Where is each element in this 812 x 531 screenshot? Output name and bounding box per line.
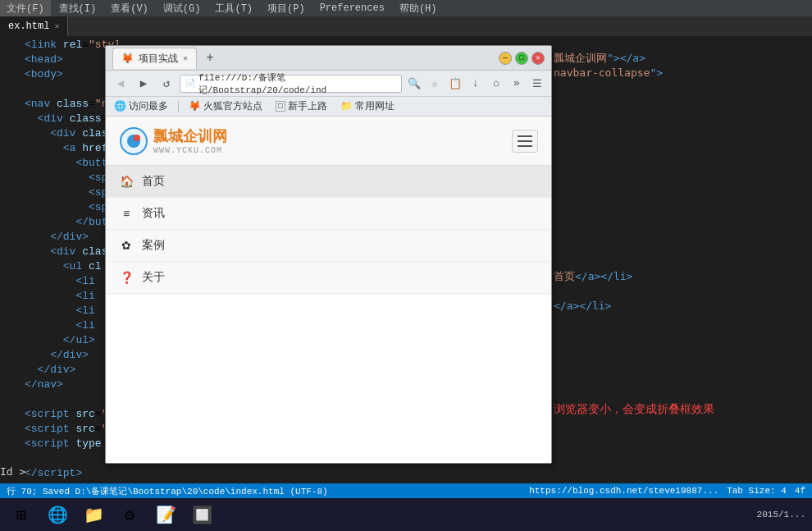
menu-tools[interactable]: 工具(T) xyxy=(208,0,259,17)
menu-help[interactable]: 帮助(H) xyxy=(393,0,444,17)
window-controls: ─ □ ✕ xyxy=(499,52,545,65)
browser-window: 🦊 项目实战 ✕ + ─ □ ✕ ◀ ▶ ↺ 📄 file:///D:/备课笔记… xyxy=(105,45,552,464)
browser-tab-strip: 🦊 项目实战 ✕ + xyxy=(112,48,495,69)
site-header: 瓢城企训网 WWW.YCKU.COM xyxy=(106,117,551,166)
site-logo-main: 瓢城企训网 xyxy=(153,126,227,146)
bookmark-button[interactable]: 📋 xyxy=(446,75,464,93)
menu-debug[interactable]: 调试(G) xyxy=(157,0,208,17)
browser-toolbar: ◀ ▶ ↺ 📄 file:///D:/备课笔记/Bootstrap/20/cod… xyxy=(106,71,551,97)
taskbar-settings[interactable]: ⚙ xyxy=(112,500,148,529)
menu-button[interactable]: ☰ xyxy=(528,75,546,93)
site-logo-sub: WWW.YCKU.COM xyxy=(153,146,227,155)
bookmark-newbie[interactable]: □ 新手上路 xyxy=(272,98,331,114)
nav-item-about[interactable]: ❓ 关于 xyxy=(106,262,551,294)
settings-icon: ⚙ xyxy=(125,505,135,525)
bookmark-separator xyxy=(178,101,179,112)
site-logo-container: 瓢城企训网 WWW.YCKU.COM xyxy=(119,126,227,156)
app-icon: 🔲 xyxy=(192,505,212,525)
start-icon: ⊞ xyxy=(16,505,26,525)
back-button[interactable]: ◀ xyxy=(111,74,130,94)
nav-news-label: 资讯 xyxy=(142,206,165,221)
site-logo-svg xyxy=(119,126,148,156)
svg-point-2 xyxy=(134,135,140,141)
bookmark-firefox-label: 火狐官方站点 xyxy=(203,99,262,113)
maximize-button[interactable]: □ xyxy=(515,52,528,65)
menu-file[interactable]: 文件(F) xyxy=(0,0,51,17)
taskbar-time: 2015/1... xyxy=(757,510,805,520)
nav-item-home[interactable]: 🏠 首页 xyxy=(106,166,551,198)
nav-item-news[interactable]: ≡ 资讯 xyxy=(106,198,551,230)
bookmark-newbie-label: 新手上路 xyxy=(288,99,327,113)
forward-button[interactable]: ▶ xyxy=(134,74,153,94)
menu-find[interactable]: 查找(I) xyxy=(52,0,103,17)
menu-preferences[interactable]: Preferences xyxy=(313,1,391,16)
hamburger-line-2 xyxy=(518,140,532,142)
site-main-content xyxy=(106,295,551,459)
menu-view[interactable]: 查看(V) xyxy=(104,0,155,17)
taskbar-app[interactable]: 🔲 xyxy=(184,500,220,529)
case-nav-icon: ✿ xyxy=(119,239,134,252)
nav-case-label: 案例 xyxy=(142,238,165,253)
menu-project[interactable]: 项目(P) xyxy=(261,0,312,17)
bookmark-common-label: 常用网址 xyxy=(355,99,395,113)
address-bar[interactable]: 📄 file:///D:/备课笔记/Bootstrap/20/code/ind xyxy=(180,75,402,93)
about-nav-icon: ❓ xyxy=(119,271,134,284)
tab-exhtml[interactable]: ex.html ✕ xyxy=(0,16,68,36)
search-button[interactable]: 🔍 xyxy=(405,75,423,93)
bookmark-visited[interactable]: 🌐 访问最多 xyxy=(111,98,171,114)
toolbar-right: 🔍 ☆ 📋 ↓ ⌂ » ☰ xyxy=(405,75,546,93)
browser-titlebar: 🦊 项目实战 ✕ + ─ □ ✕ xyxy=(106,46,551,71)
browser-tab[interactable]: 🦊 项目实战 ✕ xyxy=(112,48,197,69)
status-url: https://blog.csdh.net/steve19887... xyxy=(529,486,718,496)
tab-label: ex.html xyxy=(8,21,49,32)
notepad-icon: 📝 xyxy=(156,505,176,525)
nav-item-case[interactable]: ✿ 案例 xyxy=(106,230,551,262)
taskbar: ⊞ 🌐 📁 ⚙ 📝 🔲 2015/1... xyxy=(0,498,812,531)
status-file-info: 行 70; Saved D:\备课笔记\Bootstrap\20\code\in… xyxy=(7,485,328,497)
id-indicator: Id > xyxy=(0,465,25,478)
tab-bar: ex.html ✕ xyxy=(0,16,812,36)
bookmark-firefox[interactable]: 🦊 火狐官方站点 xyxy=(185,98,266,114)
tab-close-icon[interactable]: ✕ xyxy=(54,21,59,31)
new-tab-button[interactable]: + xyxy=(200,48,220,68)
browser-tab-title: 项目实战 xyxy=(139,52,178,66)
more-button[interactable]: » xyxy=(508,75,526,93)
taskbar-start[interactable]: ⊞ xyxy=(3,500,39,529)
site-logo-area: 瓢城企训网 WWW.YCKU.COM xyxy=(153,126,227,155)
bookmark-visited-label: 访问最多 xyxy=(129,99,168,113)
taskbar-notepad[interactable]: 📝 xyxy=(148,500,184,529)
news-nav-icon: ≡ xyxy=(119,207,134,220)
reload-button[interactable]: ↺ xyxy=(157,74,176,94)
browser-icon: 🌐 xyxy=(48,505,68,525)
taskbar-explorer[interactable]: 📁 xyxy=(75,500,112,529)
download-button[interactable]: ↓ xyxy=(467,75,485,93)
code-right-panel: 瓢城企训网"></a> navbar-collapse"> xyxy=(554,36,663,80)
minimize-button[interactable]: ─ xyxy=(499,52,512,65)
nav-about-label: 关于 xyxy=(142,270,165,285)
browser-favicon: 🦊 xyxy=(121,53,134,65)
menu-bar: 文件(F) 查找(I) 查看(V) 调试(G) 工具(T) 项目(P) Pref… xyxy=(0,0,812,16)
close-button[interactable]: ✕ xyxy=(531,52,545,65)
explorer-icon: 📁 xyxy=(84,505,104,525)
bookmark-common[interactable]: 📁 常用网址 xyxy=(337,98,398,114)
code-right-panel-2: 首页</a></li> </a></li> xyxy=(554,254,632,314)
status-right: https://blog.csdh.net/steve19887... Tab … xyxy=(529,486,805,496)
star-button[interactable]: ☆ xyxy=(426,75,444,93)
taskbar-right: 2015/1... xyxy=(757,510,809,520)
site-nav: 🏠 首页 ≡ 资讯 ✿ 案例 ❓ 关于 xyxy=(106,166,551,295)
hamburger-line-1 xyxy=(518,135,532,137)
bookmarks-bar: 🌐 访问最多 🦊 火狐官方站点 □ 新手上路 📁 常用网址 xyxy=(106,97,551,117)
browser-content: 瓢城企训网 WWW.YCKU.COM 🏠 首页 ≡ 资讯 ✿ 案例 xyxy=(106,117,551,463)
hamburger-button[interactable] xyxy=(512,130,538,153)
home-nav-icon: 🏠 xyxy=(119,175,134,188)
annotation-text: 浏览器变小，会变成折叠框效果 xyxy=(554,402,714,417)
address-text: file:///D:/备课笔记/Bootstrap/20/code/ind xyxy=(198,71,396,96)
address-bar-icon: 📄 xyxy=(185,79,195,89)
hamburger-line-3 xyxy=(518,145,532,147)
home-button[interactable]: ⌂ xyxy=(487,75,505,93)
status-tab-size: Tab Size: 4 xyxy=(727,486,787,496)
status-encoding: 4f xyxy=(795,486,805,496)
taskbar-browser[interactable]: 🌐 xyxy=(39,500,75,529)
browser-tab-close-btn[interactable]: ✕ xyxy=(183,53,188,63)
status-bar: 行 70; Saved D:\备课笔记\Bootstrap\20\code\in… xyxy=(0,483,812,498)
